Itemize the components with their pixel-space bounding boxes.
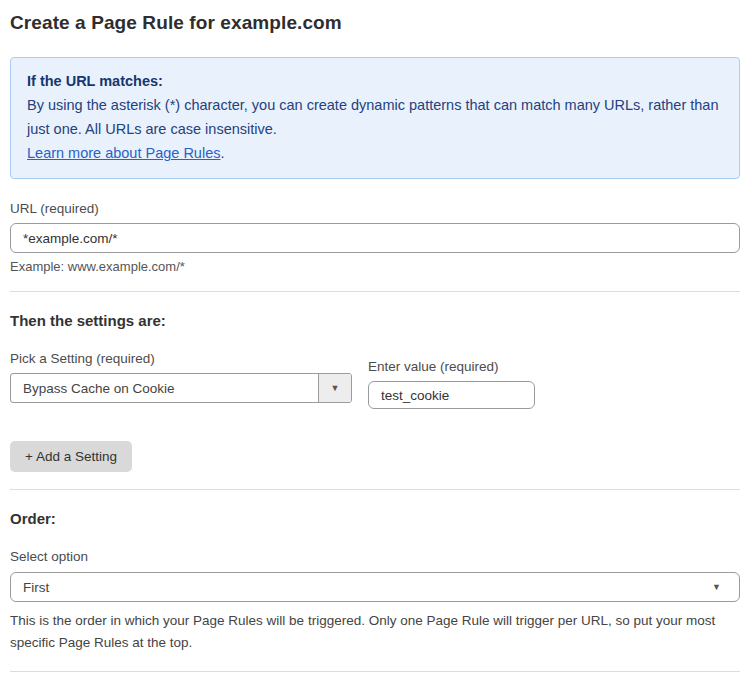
setting-select-value: Bypass Cache on Cookie (11, 374, 318, 402)
link-suffix: . (220, 145, 224, 161)
order-help-text: This is the order in which your Page Rul… (10, 610, 730, 654)
setting-picker-column: Pick a Setting (required) Bypass Cache o… (10, 329, 352, 403)
learn-more-link[interactable]: Learn more about Page Rules (27, 145, 220, 161)
divider (10, 291, 740, 292)
setting-value-input[interactable] (368, 381, 535, 409)
info-box-heading: If the URL matches: (27, 69, 723, 93)
info-box-body: By using the asterisk (*) character, you… (27, 93, 723, 141)
settings-section-heading: Then the settings are: (10, 312, 740, 329)
setting-value-label: Enter value (required) (368, 359, 535, 374)
divider (10, 489, 740, 490)
url-example-hint: Example: www.example.com/* (10, 259, 740, 274)
url-field-label: URL (required) (10, 201, 740, 216)
setting-select[interactable]: Bypass Cache on Cookie ▼ (10, 373, 352, 403)
chevron-down-icon: ▼ (331, 383, 340, 393)
setting-value-column: Enter value (required) (368, 337, 535, 409)
create-page-rule-panel: Create a Page Rule for example.com If th… (0, 0, 750, 688)
order-select-value: First (23, 580, 712, 595)
chevron-down-icon: ▼ (712, 582, 721, 592)
info-box-link-line: Learn more about Page Rules. (27, 141, 723, 165)
setting-select-arrow-button[interactable]: ▼ (318, 374, 351, 402)
order-section-heading: Order: (10, 510, 740, 527)
url-input[interactable] (10, 223, 740, 253)
add-setting-button[interactable]: + Add a Setting (10, 441, 132, 472)
setting-picker-label: Pick a Setting (required) (10, 351, 352, 366)
divider (10, 671, 740, 672)
settings-row: Pick a Setting (required) Bypass Cache o… (10, 329, 740, 409)
page-title: Create a Page Rule for example.com (10, 12, 740, 34)
order-select[interactable]: First ▼ (10, 572, 740, 602)
order-select-label: Select option (10, 549, 740, 564)
url-match-info-box: If the URL matches: By using the asteris… (10, 57, 740, 179)
